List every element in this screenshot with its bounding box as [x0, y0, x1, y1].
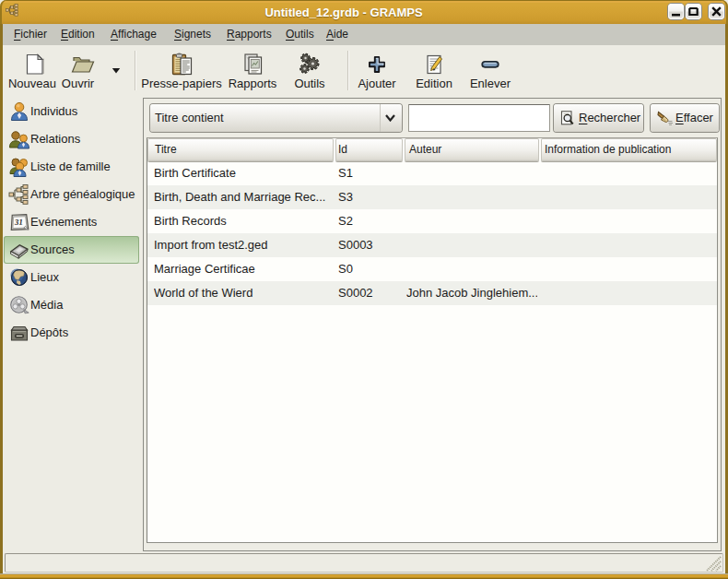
svg-text:31: 31: [14, 218, 23, 227]
